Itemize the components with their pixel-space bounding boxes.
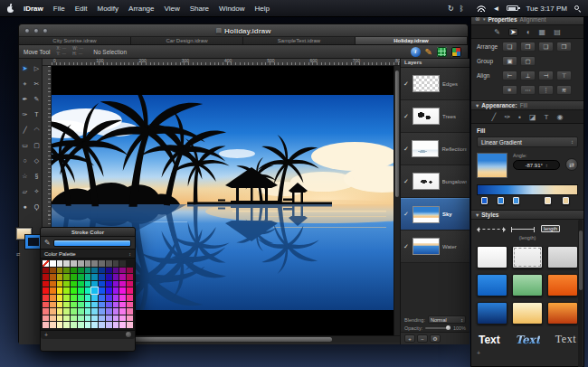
layer-visible-checkbox[interactable]: ✓ bbox=[403, 243, 410, 250]
palette-color-r1-c12[interactable] bbox=[127, 268, 133, 274]
layer-row-sky[interactable]: ✓Sky bbox=[401, 198, 469, 231]
palette-color-r4-c9[interactable] bbox=[106, 287, 112, 294]
align-left-button[interactable]: ⊢ bbox=[502, 71, 517, 80]
palette-color-r2-c11[interactable] bbox=[119, 274, 126, 280]
text-tool[interactable]: T bbox=[31, 107, 43, 122]
text-style-sample-3[interactable]: Text bbox=[555, 333, 576, 346]
palette-color-r2-c12[interactable] bbox=[127, 274, 133, 280]
star-tool[interactable]: ☆ bbox=[19, 168, 31, 184]
palette-color-r5-c3[interactable] bbox=[63, 295, 70, 301]
remove-layer-button[interactable]: − bbox=[417, 334, 428, 343]
layer-visible-checkbox[interactable]: ✓ bbox=[403, 178, 410, 185]
menu-window[interactable]: Window bbox=[219, 5, 244, 13]
menu-help[interactable]: Help bbox=[255, 5, 270, 13]
palette-color-r5-c7[interactable] bbox=[91, 295, 98, 301]
palette-color-r0-c2[interactable] bbox=[57, 260, 63, 267]
grid-icon[interactable] bbox=[437, 47, 447, 57]
palette-color-r7-c9[interactable] bbox=[106, 308, 112, 315]
palette-color-r1-c3[interactable] bbox=[63, 268, 70, 274]
palette-color-r1-c6[interactable] bbox=[85, 268, 91, 274]
palette-color-r6-c0[interactable] bbox=[43, 302, 49, 308]
text-style-sample-2[interactable]: Text bbox=[515, 334, 540, 346]
palette-color-r8-c4[interactable] bbox=[71, 315, 77, 322]
palette-color-r5-c9[interactable] bbox=[106, 295, 112, 301]
scissors-tool[interactable]: ✂ bbox=[31, 76, 43, 91]
tab-arrange[interactable]: ➤ bbox=[508, 28, 518, 36]
palette-color-r7-c11[interactable] bbox=[119, 308, 126, 315]
palette-color-r7-c4[interactable] bbox=[71, 308, 77, 315]
volume-icon-slot[interactable]: ◄ bbox=[493, 5, 500, 13]
field-w[interactable]: W:— bbox=[72, 47, 83, 52]
node-tool[interactable]: ⌖ bbox=[19, 76, 31, 91]
field-x[interactable]: X:— bbox=[57, 47, 67, 52]
palette-color-r9-c8[interactable] bbox=[99, 322, 105, 328]
palette-color-r4-c1[interactable] bbox=[50, 287, 56, 294]
apple-menu-icon[interactable] bbox=[7, 5, 14, 13]
field-h[interactable]: H:— bbox=[72, 52, 83, 57]
style-green[interactable] bbox=[512, 274, 543, 296]
palette-color-r0-c7[interactable] bbox=[91, 260, 98, 267]
field-y[interactable]: Y:— bbox=[57, 52, 67, 57]
effects-icon[interactable]: ◪ bbox=[529, 113, 536, 121]
text-style-sample-1[interactable]: Text bbox=[479, 334, 500, 346]
shadow-icon[interactable]: ◉ bbox=[556, 113, 563, 121]
info-icon[interactable]: i bbox=[411, 47, 421, 57]
palette-color-r0-c3[interactable] bbox=[63, 260, 70, 267]
palette-color-r9-c11[interactable] bbox=[119, 322, 126, 328]
dashed-arrow-preview[interactable] bbox=[478, 229, 505, 230]
palette-color-r9-c2[interactable] bbox=[57, 322, 63, 328]
tab-shape[interactable]: ◐ bbox=[526, 28, 531, 36]
palette-color-r4-c8[interactable] bbox=[99, 287, 105, 294]
gradient-stop-2[interactable] bbox=[513, 197, 519, 204]
palette-color-r7-c0[interactable] bbox=[43, 308, 49, 315]
palette-color-r8-c7[interactable] bbox=[91, 315, 98, 322]
layer-visible-checkbox[interactable]: ✓ bbox=[403, 211, 410, 218]
palette-color-r8-c10[interactable] bbox=[113, 315, 119, 322]
palette-color-r4-c6[interactable] bbox=[85, 287, 91, 294]
palette-color-r2-c2[interactable] bbox=[57, 274, 63, 280]
palette-color-r0-c11[interactable] bbox=[119, 260, 126, 267]
align-right-button[interactable]: ⊣ bbox=[538, 71, 554, 80]
style-white[interactable] bbox=[477, 246, 507, 268]
eyedropper-tool[interactable]: ✧ bbox=[31, 184, 43, 199]
gradient-bar[interactable] bbox=[477, 184, 578, 195]
layer-visible-checkbox[interactable]: ✓ bbox=[403, 146, 409, 153]
disclosure-triangle-icon[interactable]: ▾ bbox=[476, 212, 479, 219]
angle-field[interactable]: -87.91°↕ bbox=[513, 160, 560, 170]
tab-stroke[interactable]: ✎ bbox=[494, 28, 500, 36]
opacity-slider[interactable] bbox=[425, 327, 450, 329]
palette-color-r8-c3[interactable] bbox=[63, 315, 70, 322]
wifi-icon[interactable] bbox=[477, 5, 486, 12]
palette-color-r7-c8[interactable] bbox=[99, 308, 105, 315]
palette-color-r4-c2[interactable] bbox=[57, 287, 63, 294]
palette-color-r8-c1[interactable] bbox=[50, 315, 56, 322]
palette-color-r4-c4[interactable] bbox=[71, 287, 77, 294]
style-gray[interactable] bbox=[547, 246, 578, 268]
menu-modify[interactable]: Modify bbox=[97, 5, 119, 13]
brush-tool[interactable]: ✑ bbox=[19, 107, 31, 122]
bring-to-front-button[interactable]: ❏ bbox=[502, 42, 517, 52]
palette-color-r7-c1[interactable] bbox=[50, 308, 56, 315]
opacity-slider-knob[interactable] bbox=[446, 325, 450, 330]
align-bottom-button[interactable]: ⋯ bbox=[520, 85, 536, 95]
palette-color-r2-c5[interactable] bbox=[78, 274, 84, 280]
popup-resize-knob[interactable] bbox=[126, 332, 131, 337]
palette-dropdown[interactable]: Color Palette↕ bbox=[41, 249, 135, 259]
styles-header[interactable]: ▾ Styles bbox=[471, 210, 583, 220]
palette-color-r6-c6[interactable] bbox=[85, 302, 91, 308]
palette-color-r5-c11[interactable] bbox=[119, 295, 126, 301]
arc-tool[interactable]: ◠ bbox=[31, 122, 43, 137]
palette-color-r3-c2[interactable] bbox=[57, 281, 63, 287]
volume-icon[interactable]: ◄ bbox=[493, 5, 500, 13]
palette-color-r7-c12[interactable] bbox=[127, 308, 133, 315]
palette-color-r4-c10[interactable] bbox=[113, 287, 119, 294]
palette-color-r9-c1[interactable] bbox=[50, 322, 56, 328]
length-line-preview[interactable] bbox=[511, 229, 535, 230]
add-layer-button[interactable]: + bbox=[404, 334, 415, 343]
palette-color-r9-c12[interactable] bbox=[127, 322, 133, 328]
battery-icon[interactable] bbox=[507, 5, 518, 11]
layer-row-water[interactable]: ✓Water bbox=[401, 231, 469, 263]
palette-color-r3-c5[interactable] bbox=[78, 281, 84, 287]
palette-color-r6-c12[interactable] bbox=[127, 302, 133, 308]
palette-color-r7-c7[interactable] bbox=[91, 308, 98, 315]
